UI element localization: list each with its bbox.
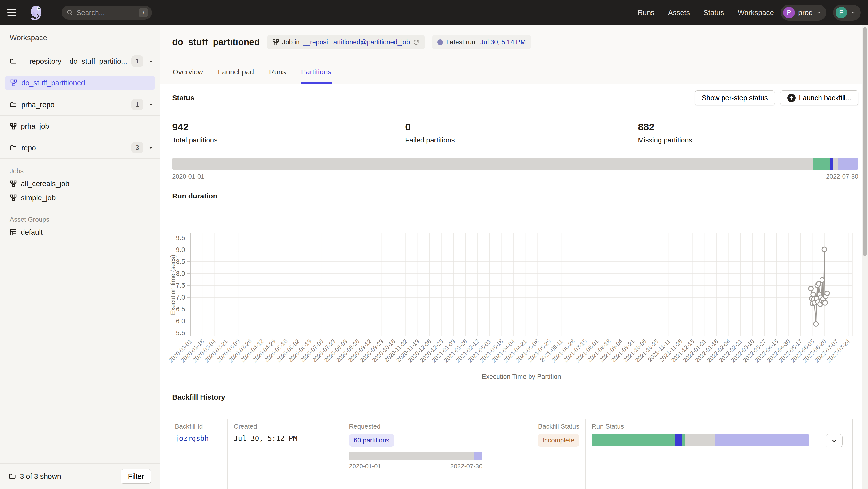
search-input[interactable]: Search... / <box>62 6 152 20</box>
jobs-section-label: Jobs <box>0 165 160 177</box>
sidebar-item-default-asset-group[interactable]: default <box>0 225 160 239</box>
tab-bar: Overview Launchpad Runs Partitions <box>172 64 332 84</box>
partition-bar-range: 2020-01-01 2022-07-30 <box>172 173 858 180</box>
svg-text:6.0: 6.0 <box>176 318 185 325</box>
partition-range-end: 2022-07-30 <box>826 173 858 180</box>
folder-icon <box>10 58 17 65</box>
job-location-link[interactable]: __reposi...artitioned@partitioned_job <box>303 38 410 46</box>
job-label: all_cereals_job <box>21 180 69 188</box>
sidebar-repo-repository-do-stuff[interactable]: __repository__do_stuff_partitio... 1 <box>0 51 160 72</box>
repo-name: prha_repo <box>21 101 127 109</box>
stat-missing-partitions: 882 Missing partitions <box>625 112 858 154</box>
job-icon <box>10 194 17 201</box>
svg-text:Execution time (secs): Execution time (secs) <box>169 255 177 315</box>
sidebar-repo-repo[interactable]: repo 3 <box>0 137 160 159</box>
job-location-badge: Job in __reposi...artitioned@partitioned… <box>267 35 425 50</box>
col-requested: Requested <box>343 419 489 434</box>
job-icon <box>10 123 17 130</box>
nav-workspace[interactable]: Workspace <box>738 8 774 17</box>
svg-text:8.5: 8.5 <box>176 258 185 265</box>
repo-count-badge: 3 <box>131 142 143 153</box>
reload-icon[interactable] <box>413 39 420 45</box>
requested-range-start: 2020-01-01 <box>349 463 381 470</box>
deployment-switcher[interactable]: P prod <box>781 5 826 21</box>
top-navbar: Search... / Runs Assets Status Workspace… <box>0 0 868 25</box>
col-created: Created <box>228 419 343 434</box>
search-placeholder: Search... <box>76 9 135 17</box>
table-header-row: Backfill Id Created Requested Backfill S… <box>169 419 853 434</box>
svg-text:7.0: 7.0 <box>176 294 185 301</box>
status-heading: Status <box>172 94 194 102</box>
stat-total-partitions: 942 Total partitions <box>160 112 393 154</box>
svg-text:7.5: 7.5 <box>176 282 185 289</box>
search-shortcut-key: / <box>139 8 148 17</box>
page-title: do_stuff_partitioned <box>172 37 260 47</box>
sidebar-repo-prha-repo[interactable]: prha_repo 1 <box>0 94 160 116</box>
show-per-step-label: Show per-step status <box>702 94 768 102</box>
sidebar-footer: 3 of 3 shown Filter <box>0 463 160 489</box>
tab-overview[interactable]: Overview <box>172 64 204 84</box>
sidebar-item-simple-job[interactable]: simple_job <box>0 191 160 205</box>
col-actions <box>815 419 853 434</box>
requested-range-labels: 2020-01-01 2022-07-30 <box>349 463 483 470</box>
svg-text:Execution Time by Partition: Execution Time by Partition <box>482 373 561 380</box>
run-status-bar[interactable] <box>592 434 809 446</box>
backfill-history-section: Backfill Id Created Requested Backfill S… <box>160 410 868 489</box>
main-content: do_stuff_partitioned Job in __reposi...a… <box>160 25 868 489</box>
page-header: do_stuff_partitioned Job in __reposi...a… <box>160 25 868 84</box>
expand-row-button[interactable] <box>826 434 842 447</box>
nav-status[interactable]: Status <box>703 8 724 17</box>
search-icon <box>66 9 73 16</box>
chevron-down-icon <box>816 10 822 15</box>
stat-label: Missing partitions <box>638 136 858 144</box>
filter-button[interactable]: Filter <box>121 469 151 484</box>
collapse-caret-icon[interactable] <box>148 58 154 64</box>
svg-text:5.5: 5.5 <box>176 329 185 336</box>
repo-contents: Jobs all_cereals_job simple_job Asset Gr… <box>0 159 160 245</box>
sidebar-item-prha-job[interactable]: prha_job <box>0 116 160 137</box>
collapse-caret-icon[interactable] <box>148 101 154 108</box>
user-menu[interactable]: P <box>833 5 861 21</box>
job-in-prefix: Job in <box>282 38 300 46</box>
requested-range-end: 2022-07-30 <box>450 463 483 470</box>
page-scrollbar[interactable] <box>862 25 868 489</box>
nav-runs[interactable]: Runs <box>638 8 654 17</box>
user-avatar: P <box>836 7 847 19</box>
partition-stats: 942 Total partitions 0 Failed partitions… <box>160 112 858 154</box>
sidebar-heading: Workspace <box>0 25 160 51</box>
menu-icon[interactable] <box>7 6 21 20</box>
chevron-down-icon <box>850 10 856 15</box>
dagster-logo[interactable] <box>28 4 45 22</box>
run-duration-chart: 2020-01-012020-01-182020-02-042020-02-21… <box>160 209 868 390</box>
stat-value: 0 <box>405 121 625 133</box>
launch-backfill-label: Launch backfill... <box>799 94 851 102</box>
backfill-history-heading: Backfill History <box>160 393 868 410</box>
scrollbar-thumb[interactable] <box>863 27 867 256</box>
tab-runs[interactable]: Runs <box>269 64 287 84</box>
requested-partitions-badge[interactable]: 60 partitions <box>349 434 394 447</box>
deployment-avatar: P <box>783 7 795 19</box>
repo-name: __repository__do_stuff_partitio... <box>21 57 127 65</box>
selected-job-row: do_stuff_partitioned <box>0 72 160 94</box>
collapse-caret-icon[interactable] <box>148 145 154 151</box>
shown-count-label: 3 of 3 shown <box>20 472 61 481</box>
job-label: simple_job <box>21 194 56 202</box>
backfill-id-link[interactable]: jozrgsbh <box>175 434 209 443</box>
tab-launchpad[interactable]: Launchpad <box>217 64 254 84</box>
launch-backfill-button[interactable]: Launch backfill... <box>780 90 858 105</box>
repo-count-badge: 1 <box>131 99 143 110</box>
chevron-down-icon <box>831 437 837 444</box>
job-icon <box>10 180 17 187</box>
asset-group-label: default <box>21 228 43 236</box>
nav-assets[interactable]: Assets <box>668 8 690 17</box>
asset-group-icon <box>10 229 17 236</box>
sidebar-item-all-cereals-job[interactable]: all_cereals_job <box>0 177 160 191</box>
plus-circle-icon <box>787 94 796 102</box>
col-backfill-id: Backfill Id <box>169 419 228 434</box>
partition-status-bar[interactable] <box>172 158 858 170</box>
show-per-step-status-button[interactable]: Show per-step status <box>695 90 775 105</box>
latest-run-link[interactable]: Jul 30, 5:14 PM <box>480 38 526 46</box>
tab-partitions[interactable]: Partitions <box>301 64 332 84</box>
sidebar-item-do-stuff-partitioned[interactable]: do_stuff_partitioned <box>5 76 155 90</box>
created-timestamp: Jul 30, 5:12 PM <box>234 434 297 443</box>
